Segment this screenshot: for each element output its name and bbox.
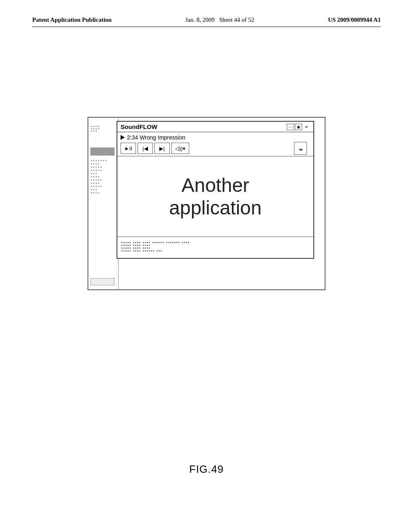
player-bar: 2:34 Wrong Impression ►II |◀ ▶| ◁))▾ ⌄ (117, 132, 313, 156)
bottom-content-area (117, 237, 313, 258)
now-playing-row: 2:34 Wrong Impression (121, 134, 310, 141)
track-info: 2:34 Wrong Impression (127, 134, 185, 141)
window-title: SoundFLOW (121, 123, 157, 130)
page-header: Patent Application Publication Jan. 8, 2… (32, 16, 381, 27)
date-sheet-info: Jan. 8, 2009 Sheet 44 of 52 (186, 16, 254, 24)
desktop-background: SoundFLOW × 2:34 Wrong Impression (88, 117, 325, 290)
play-indicator-icon (121, 135, 125, 140)
close-button[interactable]: × (303, 124, 310, 130)
maximize-button[interactable] (295, 124, 302, 130)
publication-label: Patent Application Publication (32, 16, 112, 24)
controls-row: ►II |◀ ▶| ◁))▾ ⌄ (121, 143, 310, 154)
patent-number: US 2009/0009944 A1 (328, 16, 381, 24)
chevron-down-icon: ⌄ (298, 144, 304, 153)
prev-button[interactable]: |◀ (138, 143, 153, 154)
figure-caption: FIG.49 (0, 463, 413, 476)
sidebar-panel (88, 118, 119, 289)
volume-button[interactable]: ◁))▾ (171, 143, 189, 154)
next-button[interactable]: ▶| (154, 143, 170, 154)
player-controls: ►II |◀ ▶| ◁))▾ (121, 143, 310, 154)
soundflow-window: SoundFLOW × 2:34 Wrong Impression (117, 121, 314, 259)
minimize-button[interactable] (287, 124, 294, 130)
sheet-info: Sheet 44 of 52 (219, 17, 254, 23)
app-display-area: Another application (117, 156, 313, 237)
diagram-area: SoundFLOW × 2:34 Wrong Impression (32, 117, 381, 290)
window-controls: × (287, 124, 310, 130)
expand-button[interactable]: ⌄ (294, 142, 307, 155)
window-titlebar: SoundFLOW × (117, 122, 313, 132)
pub-date: Jan. 8, 2009 (186, 17, 215, 23)
app-display-text: Another application (169, 174, 262, 218)
play-pause-button[interactable]: ►II (121, 143, 136, 154)
